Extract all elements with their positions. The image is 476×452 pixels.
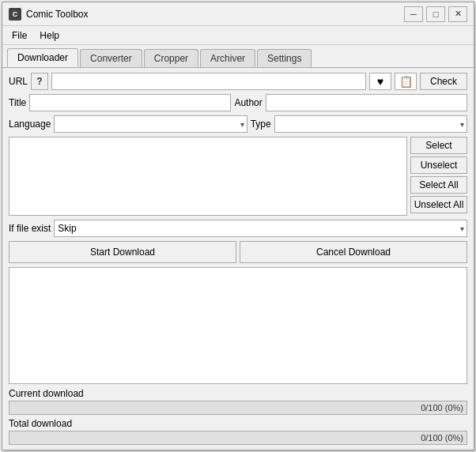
- author-label: Author: [234, 97, 262, 108]
- chapter-list[interactable]: [9, 137, 407, 216]
- unselect-all-button[interactable]: Unselect All: [410, 196, 467, 213]
- type-label: Type: [251, 119, 271, 130]
- url-label: URL: [9, 76, 28, 87]
- current-progress-bar: 0/100 (0%): [9, 401, 467, 415]
- tab-settings[interactable]: Settings: [257, 49, 312, 67]
- unselect-button[interactable]: Unselect: [410, 156, 467, 174]
- clipboard-button[interactable]: 📋: [395, 73, 417, 90]
- url-help-button[interactable]: ?: [31, 73, 48, 90]
- window-controls: ─ □ ✕: [404, 6, 467, 22]
- download-buttons: Start Download Cancel Download: [9, 241, 467, 263]
- current-download-label: Current download: [9, 388, 467, 399]
- tabs-bar: Downloader Converter Cropper Archiver Se…: [2, 45, 474, 67]
- title-row: Title Author: [9, 94, 467, 111]
- total-download-row: Total download 0/100 (0%): [9, 418, 467, 445]
- language-label: Language: [9, 119, 51, 130]
- menu-file[interactable]: File: [6, 28, 33, 43]
- language-type-row: Language English Japanese Chinese Type M…: [9, 115, 467, 133]
- tab-archiver[interactable]: Archiver: [200, 49, 255, 67]
- list-action-buttons: Select Unselect Select All Unselect All: [410, 137, 467, 216]
- check-button[interactable]: Check: [420, 73, 467, 90]
- menu-help[interactable]: Help: [33, 28, 66, 43]
- if-file-select-wrapper: Skip Overwrite Rename: [54, 220, 467, 237]
- language-select[interactable]: English Japanese Chinese: [54, 115, 247, 133]
- app-icon: C: [9, 8, 21, 21]
- tab-converter[interactable]: Converter: [80, 49, 142, 67]
- menu-bar: File Help: [2, 26, 474, 45]
- tab-cropper[interactable]: Cropper: [144, 49, 198, 67]
- downloader-content: URL ? ♥ 📋 Check Title Author Language En…: [2, 68, 474, 450]
- type-select-wrapper: Manga Comic Webtoon: [274, 115, 467, 133]
- total-download-label: Total download: [9, 418, 467, 429]
- app-window: C Comic Toolbox ─ □ ✕ File Help Download…: [2, 2, 474, 450]
- type-select[interactable]: Manga Comic Webtoon: [274, 115, 467, 133]
- cancel-download-button[interactable]: Cancel Download: [240, 241, 467, 263]
- current-progress-text: 0/100 (0%): [421, 403, 463, 412]
- if-file-row: If file exist Skip Overwrite Rename: [9, 220, 467, 237]
- author-input[interactable]: [266, 94, 467, 111]
- title-label: Title: [9, 97, 26, 108]
- url-input[interactable]: [51, 73, 366, 90]
- total-progress-text: 0/100 (0%): [421, 433, 463, 443]
- title-bar: C Comic Toolbox ─ □ ✕: [2, 2, 474, 26]
- favorites-button[interactable]: ♥: [369, 73, 391, 90]
- close-button[interactable]: ✕: [448, 6, 467, 22]
- if-file-select[interactable]: Skip Overwrite Rename: [54, 220, 467, 237]
- if-file-label: If file exist: [9, 223, 51, 234]
- app-title: Comic Toolbox: [26, 9, 404, 20]
- log-box[interactable]: [9, 267, 467, 384]
- start-download-button[interactable]: Start Download: [9, 241, 236, 263]
- select-button[interactable]: Select: [410, 137, 467, 154]
- list-area: Select Unselect Select All Unselect All: [9, 137, 467, 216]
- tab-downloader[interactable]: Downloader: [7, 48, 78, 67]
- current-download-row: Current download 0/100 (0%): [9, 388, 467, 415]
- select-all-button[interactable]: Select All: [410, 176, 467, 194]
- progress-section: Current download 0/100 (0%) Total downlo…: [9, 388, 467, 445]
- title-input[interactable]: [29, 94, 231, 111]
- language-select-wrapper: English Japanese Chinese: [54, 115, 247, 133]
- total-progress-bar: 0/100 (0%): [9, 431, 467, 445]
- minimize-button[interactable]: ─: [404, 6, 423, 22]
- url-row: URL ? ♥ 📋 Check: [9, 73, 467, 90]
- maximize-button[interactable]: □: [426, 6, 445, 22]
- clipboard-icon: 📋: [399, 75, 413, 88]
